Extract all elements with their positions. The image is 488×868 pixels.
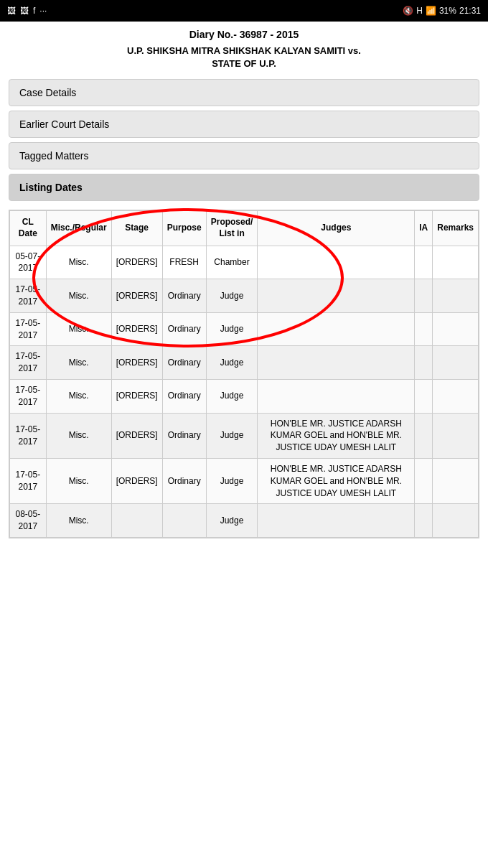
cell-misc-regular: Misc.	[46, 504, 111, 538]
cell-purpose: Ordinary	[162, 413, 206, 458]
cell-misc-regular: Misc.	[46, 458, 111, 503]
cell-purpose: Ordinary	[162, 379, 206, 413]
col-cl-date: CLDate	[10, 211, 47, 246]
cell-proposed-list: Judge	[206, 504, 258, 538]
col-stage: Stage	[111, 211, 162, 246]
cell-ia	[415, 279, 433, 313]
main-content: Diary No.- 36987 - 2015 U.P. SHIKSHA MIT…	[0, 22, 488, 546]
cell-ia	[415, 458, 433, 503]
cell-proposed-list: Judge	[206, 346, 258, 380]
mute-icon: 🔇	[403, 6, 413, 16]
cell-purpose: Ordinary	[162, 279, 206, 313]
listing-dates-table: CLDate Misc./Regular Stage Purpose Propo…	[9, 210, 479, 538]
cell-stage: [ORDERS]	[111, 458, 162, 503]
battery-level: 31%	[439, 6, 456, 16]
diary-number: Diary No.- 36987 - 2015	[9, 29, 479, 40]
table-row: 17-05-2017Misc.[ORDERS]OrdinaryJudge	[10, 346, 479, 380]
cell-remarks	[433, 379, 479, 413]
cell-proposed-list: Chamber	[206, 246, 258, 279]
nav-buttons: Case Details Earlier Court Details Tagge…	[9, 79, 479, 201]
col-ia: IA	[415, 211, 433, 246]
cell-remarks	[433, 346, 479, 380]
table-row: 17-05-2017Misc.[ORDERS]OrdinaryJudgeHON'…	[10, 413, 479, 458]
cell-stage: [ORDERS]	[111, 413, 162, 458]
cell-proposed-list: Judge	[206, 379, 258, 413]
listing-dates-table-wrapper[interactable]: CLDate Misc./Regular Stage Purpose Propo…	[9, 210, 479, 538]
cell-remarks	[433, 279, 479, 313]
earlier-court-button[interactable]: Earlier Court Details	[9, 111, 479, 138]
table-row: 17-05-2017Misc.[ORDERS]OrdinaryJudge	[10, 312, 479, 346]
table-row: 17-05-2017Misc.[ORDERS]OrdinaryJudge	[10, 279, 479, 313]
cell-judges: HON'BLE MR. JUSTICE ADARSH KUMAR GOEL an…	[258, 458, 415, 503]
col-purpose: Purpose	[162, 211, 206, 246]
cell-purpose: Ordinary	[162, 458, 206, 503]
cell-remarks	[433, 312, 479, 346]
cell-cl-date: 05-07-2017	[10, 246, 47, 279]
col-misc-regular: Misc./Regular	[46, 211, 111, 246]
cell-stage: [ORDERS]	[111, 379, 162, 413]
cell-remarks	[433, 246, 479, 279]
cell-remarks	[433, 458, 479, 503]
table-row: 08-05-2017Misc.Judge	[10, 504, 479, 538]
col-judges: Judges	[258, 211, 415, 246]
table-row: 17-05-2017Misc.[ORDERS]OrdinaryJudge	[10, 379, 479, 413]
cell-misc-regular: Misc.	[46, 246, 111, 279]
photo-icon: 🖼	[7, 6, 16, 16]
table-row: 05-07-2017Misc.[ORDERS]FRESHChamber	[10, 246, 479, 279]
case-details-button[interactable]: Case Details	[9, 79, 479, 106]
cell-ia	[415, 312, 433, 346]
cell-cl-date: 08-05-2017	[10, 504, 47, 538]
cell-judges: HON'BLE MR. JUSTICE ADARSH KUMAR GOEL an…	[258, 413, 415, 458]
status-bar: 🖼 🖼 f ··· 🔇 H 📶 31% 21:31	[0, 0, 488, 22]
listing-dates-table-container: CLDate Misc./Regular Stage Purpose Propo…	[9, 210, 479, 538]
cell-judges	[258, 246, 415, 279]
more-icon: ···	[39, 6, 47, 16]
cell-judges	[258, 346, 415, 380]
table-header-row: CLDate Misc./Regular Stage Purpose Propo…	[10, 211, 479, 246]
cell-ia	[415, 379, 433, 413]
time-display: 21:31	[459, 6, 481, 16]
cell-cl-date: 17-05-2017	[10, 312, 47, 346]
status-bar-right: 🔇 H 📶 31% 21:31	[403, 6, 481, 16]
cell-purpose	[162, 504, 206, 538]
cell-misc-regular: Misc.	[46, 413, 111, 458]
cell-purpose: Ordinary	[162, 346, 206, 380]
cell-stage: [ORDERS]	[111, 246, 162, 279]
cell-ia	[415, 346, 433, 380]
cell-stage: [ORDERS]	[111, 346, 162, 380]
cell-proposed-list: Judge	[206, 279, 258, 313]
cell-cl-date: 17-05-2017	[10, 279, 47, 313]
tagged-matters-button[interactable]: Tagged Matters	[9, 142, 479, 169]
network-type: H	[416, 6, 423, 16]
status-bar-left: 🖼 🖼 f ···	[7, 6, 47, 16]
photo2-icon: 🖼	[20, 6, 29, 16]
cell-cl-date: 17-05-2017	[10, 458, 47, 503]
cell-remarks	[433, 413, 479, 458]
col-remarks: Remarks	[433, 211, 479, 246]
cell-purpose: Ordinary	[162, 312, 206, 346]
cell-judges	[258, 379, 415, 413]
cell-cl-date: 17-05-2017	[10, 346, 47, 380]
cell-stage	[111, 504, 162, 538]
cell-misc-regular: Misc.	[46, 279, 111, 313]
cell-misc-regular: Misc.	[46, 379, 111, 413]
facebook-icon: f	[33, 6, 35, 16]
cell-proposed-list: Judge	[206, 413, 258, 458]
cell-cl-date: 17-05-2017	[10, 379, 47, 413]
cell-proposed-list: Judge	[206, 312, 258, 346]
cell-misc-regular: Misc.	[46, 312, 111, 346]
cell-proposed-list: Judge	[206, 458, 258, 503]
cell-stage: [ORDERS]	[111, 312, 162, 346]
cell-stage: [ORDERS]	[111, 279, 162, 313]
cell-cl-date: 17-05-2017	[10, 413, 47, 458]
cell-judges	[258, 312, 415, 346]
cell-misc-regular: Misc.	[46, 346, 111, 380]
listing-dates-button[interactable]: Listing Dates	[9, 174, 479, 201]
cell-purpose: FRESH	[162, 246, 206, 279]
col-proposed-list: Proposed/List in	[206, 211, 258, 246]
table-row: 17-05-2017Misc.[ORDERS]OrdinaryJudgeHON'…	[10, 458, 479, 503]
cell-remarks	[433, 504, 479, 538]
signal-bars: 📶	[426, 6, 436, 16]
cell-judges	[258, 279, 415, 313]
case-title: U.P. SHIKSHA MITRA SHIKSHAK KALYAN SAMIT…	[9, 45, 479, 70]
